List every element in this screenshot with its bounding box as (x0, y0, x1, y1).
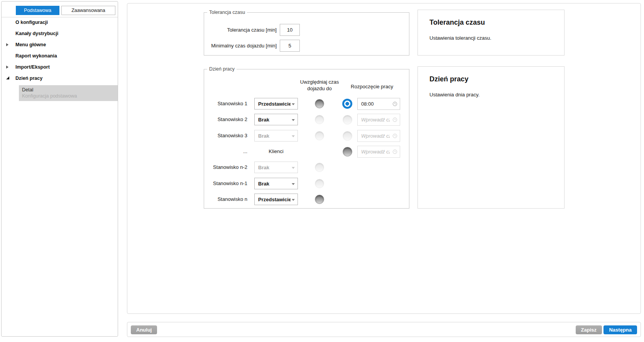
workday-fieldset: Dzień pracy Uwzględniaj czas dojazdu do … (204, 66, 409, 209)
workday-row-klienci: ... Klienci (204, 143, 410, 160)
work-start-time-klienci (357, 146, 400, 158)
travel-time-toggle-2[interactable] (315, 115, 324, 124)
expand-arrow-icon[interactable] (6, 66, 8, 69)
chevron-down-icon (292, 183, 295, 185)
workday-row-n: Stanowisko n Przedstawicie (204, 191, 410, 207)
work-start-time-3 (357, 130, 400, 142)
sidebar-item-import-eksport[interactable]: Import/Eksport (2, 62, 118, 73)
header-line: dojazdu do (291, 85, 348, 92)
clock-icon (392, 133, 397, 138)
main-content-panel: Tolerancja czasu Tolerancja czasu [min] … (127, 3, 641, 314)
header-line: Uwzględniaj czas (291, 79, 348, 85)
workday-legend: Dzień pracy (207, 66, 237, 72)
select-value: Brak (258, 133, 291, 139)
row-label: Stanowisko n (204, 196, 247, 202)
row-label: Stanowisko n-2 (204, 164, 247, 170)
sidebar-item-menu-glowne[interactable]: Menu główne (2, 40, 118, 51)
tolerance-info-panel: Tolerancja czasu Ustawienia tolerancji c… (418, 10, 565, 56)
sidebar-item-kanaly-dystrybucji[interactable]: Kanały dystrybucji (2, 29, 118, 39)
clock-icon[interactable] (392, 101, 397, 106)
sidebar-item-label: Import/Eksport (15, 64, 50, 70)
subitem-subtitle: Konfiguracja podstawowa (22, 93, 77, 99)
chevron-down-icon (292, 135, 295, 137)
workday-row-n-1: Stanowisko n-1 Brak (204, 175, 410, 192)
position-1-select[interactable]: Przedstawicie (254, 98, 298, 110)
sidebar-item-o-konfiguracji[interactable]: O konfiguracji (2, 17, 118, 28)
chevron-down-icon (292, 103, 295, 105)
chevron-down-icon (292, 199, 295, 201)
position-3-select-disabled: Brak (254, 130, 298, 142)
tolerance-time-input[interactable] (280, 24, 300, 36)
klienci-label: Klienci (254, 148, 298, 154)
info-panel-title: Dzień pracy (429, 75, 553, 83)
clock-icon (392, 117, 397, 122)
sidebar-item-label: O konfiguracji (15, 20, 48, 25)
min-travel-time-row: Minimalny czas dojazdu [min] (204, 40, 410, 52)
work-start-radio-klienci[interactable] (343, 147, 352, 157)
travel-time-toggle-n-1[interactable] (315, 179, 324, 188)
travel-time-column-header: Uwzględniaj czas dojazdu do (291, 79, 348, 92)
work-start-time-1 (357, 98, 400, 110)
travel-time-toggle-n-2[interactable] (315, 163, 324, 172)
row-label: Stanowisko 3 (204, 133, 247, 138)
work-start-radio-1-selected[interactable] (342, 99, 352, 109)
sidebar-item-label: Menu główne (15, 42, 46, 47)
tab-zaawansowana[interactable]: Zaawansowana (61, 6, 115, 15)
select-value: Brak (258, 117, 291, 123)
info-panel-title: Tolerancja czasu (429, 19, 553, 27)
row-label: Stanowisko 1 (204, 101, 247, 106)
position-n-select[interactable]: Przedstawicie (254, 194, 298, 205)
save-button[interactable]: Zapisz (576, 325, 602, 334)
next-button[interactable]: Następna (603, 325, 637, 334)
info-panel-text: Ustawienia tolerancji czasu. (429, 35, 553, 41)
chevron-down-icon (292, 167, 295, 169)
travel-time-toggle-3[interactable] (315, 131, 324, 140)
subitem-title: Detal (22, 87, 33, 93)
position-2-select[interactable]: Brak (254, 114, 298, 125)
select-value: Brak (258, 165, 291, 170)
row-ellipsis-label: ... (204, 148, 247, 154)
sidebar-item-label: Kanały dystrybucji (15, 31, 58, 36)
tolerance-time-row: Tolerancja czasu [min] (204, 24, 410, 36)
tolerance-fieldset: Tolerancja czasu Tolerancja czasu [min] … (204, 10, 409, 56)
tab-podstawowa[interactable]: Podstawowa (16, 6, 59, 15)
workday-row-1: Stanowisko 1 Przedstawicie (204, 96, 410, 112)
select-value: Przedstawicie (258, 101, 291, 107)
travel-time-toggle-n[interactable] (315, 195, 324, 204)
sidebar-item-label: Dzień pracy (15, 76, 42, 81)
work-start-radio-2[interactable] (343, 115, 352, 125)
sidebar-item-label: Raport wykonania (15, 53, 57, 59)
workday-row-3: Stanowisko 3 Brak (204, 128, 410, 144)
row-label: Stanowisko 2 (204, 116, 247, 122)
workday-row-n-2: Stanowisko n-2 Brak (204, 159, 410, 175)
min-travel-time-input[interactable] (280, 40, 300, 52)
footer-bar: Anuluj Zapisz Następna (127, 322, 641, 337)
min-travel-time-label: Minimalny czas dojazdu [min] (211, 43, 277, 49)
position-n-2-select-disabled: Brak (254, 162, 298, 173)
tolerance-legend: Tolerancja czasu (207, 10, 247, 15)
select-value: Brak (258, 181, 291, 187)
tolerance-time-label: Tolerancja czasu [min] (227, 27, 277, 33)
position-n-1-select[interactable]: Brak (254, 178, 298, 189)
collapse-arrow-icon[interactable] (6, 76, 9, 79)
chevron-down-icon (292, 119, 295, 121)
select-value: Przedstawicie (258, 197, 291, 202)
travel-time-toggle-1[interactable] (315, 99, 324, 108)
work-start-radio-3[interactable] (343, 131, 352, 141)
sidebar-item-raport-wykonania[interactable]: Raport wykonania (2, 51, 118, 62)
sidebar-subitem-detal-selected[interactable]: Detal Konfiguracja podstawowa (19, 85, 118, 101)
clock-icon (392, 149, 397, 154)
workday-row-2: Stanowisko 2 Brak (204, 111, 410, 128)
work-start-time-2 (357, 114, 400, 126)
workday-info-panel: Dzień pracy Ustawienia dnia pracy. (418, 66, 565, 209)
expand-arrow-icon[interactable] (6, 43, 8, 46)
sidebar: Podstawowa Zaawansowana O konfiguracji K… (1, 1, 118, 337)
work-start-column-header: Rozpoczęcie pracy (343, 83, 401, 90)
row-label: Stanowisko n-1 (204, 180, 247, 186)
sidebar-item-dzien-pracy[interactable]: Dzień pracy (2, 73, 118, 84)
info-panel-text: Ustawienia dnia pracy. (429, 92, 553, 98)
cancel-button[interactable]: Anuluj (131, 325, 157, 334)
